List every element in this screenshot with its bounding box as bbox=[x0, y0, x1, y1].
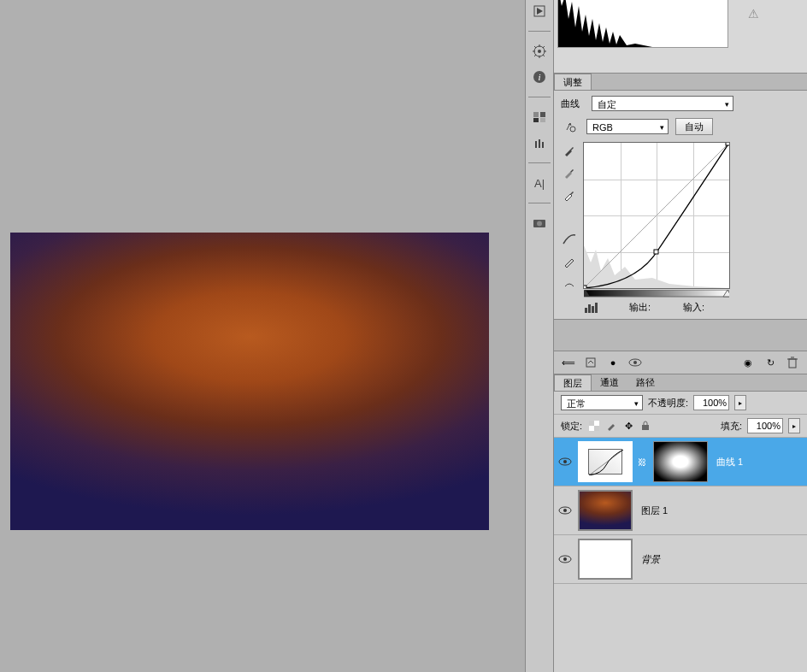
svg-line-9 bbox=[543, 55, 545, 56]
svg-rect-37 bbox=[789, 359, 796, 368]
svg-line-23 bbox=[584, 143, 729, 288]
layer-name[interactable]: 背景 bbox=[638, 553, 804, 566]
svg-marker-20 bbox=[558, 0, 729, 47]
expand-icon[interactable] bbox=[583, 355, 598, 370]
layer-item-background[interactable]: 背景 bbox=[554, 535, 807, 584]
visibility-toggle-icon[interactable] bbox=[557, 454, 573, 469]
svg-rect-17 bbox=[540, 118, 545, 122]
svg-point-3 bbox=[538, 50, 541, 53]
svg-point-21 bbox=[570, 127, 575, 132]
opacity-slider-button[interactable]: ▸ bbox=[734, 395, 746, 410]
fill-slider-button[interactable]: ▸ bbox=[788, 418, 800, 433]
layer-mask-thumbnail[interactable] bbox=[653, 441, 708, 482]
prev-state-icon[interactable]: ◉ bbox=[740, 355, 756, 370]
tab-adjustments[interactable]: 调整 bbox=[554, 74, 592, 90]
svg-rect-33 bbox=[595, 303, 598, 313]
play-icon[interactable] bbox=[528, 2, 551, 21]
histogram-graph[interactable] bbox=[557, 0, 728, 48]
layer-thumbnail[interactable] bbox=[578, 539, 633, 580]
camera-icon[interactable] bbox=[528, 214, 551, 233]
svg-point-36 bbox=[633, 361, 637, 364]
curve-tool-icon[interactable] bbox=[561, 231, 578, 248]
eyedropper-icon[interactable] bbox=[561, 142, 578, 159]
svg-rect-30 bbox=[585, 308, 587, 313]
layer-name[interactable]: 图层 1 bbox=[638, 504, 804, 517]
svg-rect-42 bbox=[594, 426, 599, 431]
svg-line-11 bbox=[543, 46, 545, 48]
lock-label: 锁定: bbox=[561, 420, 582, 433]
histogram-panel: ⚠ bbox=[554, 0, 807, 74]
preset-dropdown[interactable]: 自定 bbox=[592, 96, 733, 111]
svg-line-46 bbox=[589, 450, 623, 475]
fill-input[interactable] bbox=[747, 418, 783, 433]
layers-panel: 图层 通道 路径 正常 不透明度: ▸ 锁定: ✥ 填充: ▸ bbox=[554, 374, 807, 584]
svg-point-50 bbox=[563, 557, 567, 561]
svg-line-8 bbox=[534, 46, 536, 48]
canvas-area bbox=[0, 0, 520, 672]
svg-rect-15 bbox=[540, 112, 545, 117]
eye-icon[interactable] bbox=[627, 355, 643, 370]
pencil-tool-icon[interactable] bbox=[561, 253, 578, 270]
curves-graph[interactable] bbox=[583, 142, 730, 289]
adjustments-panel: 调整 曲线 自定 RGB 自动 bbox=[554, 74, 807, 320]
layer-thumbnail[interactable] bbox=[578, 490, 633, 531]
svg-rect-32 bbox=[592, 306, 594, 313]
svg-rect-26 bbox=[726, 143, 729, 145]
layer-item-gradient[interactable]: 图层 1 bbox=[554, 486, 807, 535]
lock-transparency-icon[interactable] bbox=[587, 419, 601, 433]
eyedropper-gray-icon[interactable] bbox=[561, 164, 578, 181]
warning-icon[interactable]: ⚠ bbox=[748, 7, 759, 21]
opacity-label: 不透明度: bbox=[648, 397, 688, 410]
tab-paths[interactable]: 路径 bbox=[627, 374, 663, 391]
input-label: 输入: bbox=[683, 301, 704, 314]
auto-button[interactable]: 自动 bbox=[675, 118, 713, 135]
curves-label: 曲线 bbox=[561, 97, 585, 110]
trash-icon[interactable] bbox=[785, 355, 800, 370]
document-artwork[interactable] bbox=[10, 233, 489, 530]
link-icon[interactable]: ⛓ bbox=[638, 457, 648, 467]
svg-point-19 bbox=[537, 221, 542, 227]
lock-all-icon[interactable] bbox=[639, 419, 652, 433]
target-adjust-icon[interactable] bbox=[561, 120, 580, 133]
brushes-icon[interactable] bbox=[528, 133, 551, 152]
layer-list: ⛓ 曲线 1 图层 1 背景 bbox=[554, 438, 807, 584]
layer-item-curves[interactable]: ⛓ 曲线 1 bbox=[554, 438, 807, 486]
svg-rect-25 bbox=[654, 250, 658, 254]
info-icon[interactable]: i bbox=[528, 68, 551, 86]
output-label: 输出: bbox=[629, 301, 651, 314]
character-icon[interactable]: A| bbox=[528, 174, 551, 192]
blend-mode-dropdown[interactable]: 正常 bbox=[561, 395, 643, 410]
eyedropper-white-icon[interactable] bbox=[561, 186, 578, 203]
svg-rect-31 bbox=[588, 304, 591, 313]
vertical-toolbar: i A| bbox=[525, 0, 554, 672]
channel-dropdown[interactable]: RGB bbox=[586, 119, 669, 134]
adjustments-tabs: 调整 bbox=[554, 74, 807, 91]
lock-pixels-icon[interactable] bbox=[604, 419, 618, 433]
swatches-icon[interactable] bbox=[528, 108, 551, 127]
visibility-toggle-icon[interactable] bbox=[557, 503, 573, 518]
back-arrow-icon[interactable]: ⟸ bbox=[561, 355, 576, 370]
smooth-tool-icon[interactable] bbox=[561, 275, 578, 292]
svg-rect-41 bbox=[589, 421, 594, 426]
wheel-icon[interactable] bbox=[528, 42, 551, 61]
svg-rect-34 bbox=[586, 358, 595, 367]
circle-icon[interactable]: ● bbox=[605, 355, 621, 370]
curves-tools bbox=[561, 142, 580, 292]
tab-channels[interactable]: 通道 bbox=[592, 374, 627, 391]
svg-marker-1 bbox=[537, 8, 543, 15]
svg-rect-43 bbox=[642, 425, 649, 430]
svg-text:i: i bbox=[538, 72, 540, 82]
svg-rect-14 bbox=[533, 112, 539, 117]
svg-rect-24 bbox=[584, 286, 586, 288]
layer-name[interactable]: 曲线 1 bbox=[713, 456, 804, 469]
visibility-toggle-icon[interactable] bbox=[557, 551, 573, 567]
lock-position-icon[interactable]: ✥ bbox=[621, 419, 635, 433]
svg-rect-16 bbox=[533, 118, 539, 122]
opacity-input[interactable] bbox=[693, 395, 729, 410]
svg-rect-27 bbox=[584, 290, 729, 297]
reset-icon[interactable]: ↻ bbox=[763, 355, 778, 370]
tab-layers[interactable]: 图层 bbox=[554, 374, 592, 391]
histogram-small-icon[interactable] bbox=[585, 301, 600, 314]
svg-line-10 bbox=[534, 55, 536, 56]
layer-thumbnail[interactable] bbox=[578, 441, 633, 482]
